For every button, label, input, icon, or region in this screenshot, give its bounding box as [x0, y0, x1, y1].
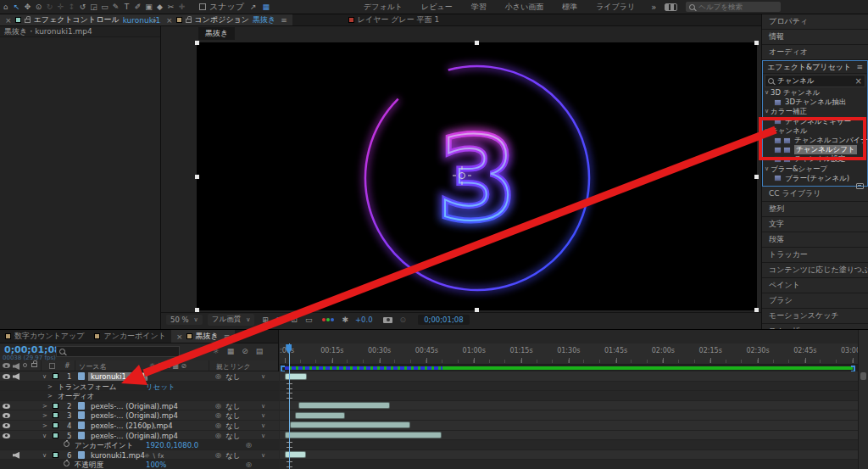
stopwatch-icon[interactable] — [64, 441, 70, 447]
workspace-tab[interactable]: デフォルト — [364, 2, 403, 13]
effects-tree-row[interactable]: チャンネルミキサー — [763, 117, 867, 126]
chevron-down-icon[interactable]: ∨ — [261, 412, 265, 419]
selection-handle[interactable] — [475, 41, 479, 45]
region-of-interest-icon[interactable]: ⊡ — [291, 315, 298, 324]
effects-tree-row[interactable]: ∨ カラー補正 — [763, 107, 867, 116]
expression-pickwhip-icon[interactable]: ◎ — [246, 461, 252, 468]
workspace-tab[interactable]: 小さい画面 — [505, 2, 543, 13]
layer-color-swatch[interactable] — [53, 452, 58, 458]
panel-header[interactable]: トラッカー — [762, 248, 868, 263]
time-ruler[interactable]: 0:00s 00:15s 00:30s 00:45s 01:00s — [280, 343, 858, 365]
grid-guides-icon[interactable]: ⊞ — [262, 315, 269, 324]
layer-source-name[interactable]: kuronuki1.mp4 — [88, 451, 147, 460]
layer-switches[interactable]: ∖ — [144, 373, 148, 381]
workspace-tab[interactable]: 標準 — [562, 2, 577, 13]
track-row[interactable] — [280, 371, 858, 382]
twirl-caret-icon[interactable]: > — [47, 393, 53, 399]
puppet-pin-tool-icon[interactable]: ✚ — [176, 0, 187, 14]
selection-handle[interactable] — [195, 41, 199, 45]
pan-camera-tool-icon[interactable]: ✛ — [55, 0, 66, 14]
rectangle-tool-icon[interactable]: ▭ — [99, 0, 110, 14]
comp-mini-flowchart-icon[interactable]: ≋ — [198, 347, 205, 355]
track-row[interactable] — [280, 460, 858, 469]
work-area-bar[interactable] — [280, 365, 858, 371]
close-icon[interactable]: × — [5, 16, 12, 25]
timeline-track-area[interactable]: 0:00s 00:15s 00:30s 00:45s 01:00s — [280, 330, 858, 469]
timeline-search-input[interactable] — [69, 348, 170, 355]
video-eye-toggle[interactable] — [3, 404, 10, 409]
audio-toggle[interactable] — [13, 373, 19, 380]
layer-viewer-tab[interactable]: レイヤー グレー 平面 1 — [343, 14, 444, 25]
timeline-tab-active[interactable]: × 黒抜き ≡ — [171, 330, 235, 343]
align-icon[interactable]: ↗ — [250, 3, 257, 11]
twirl-caret-icon[interactable]: > — [42, 412, 47, 419]
graph-editor-icon[interactable]: ▤ — [256, 347, 264, 355]
layer-duration-bar[interactable] — [295, 412, 345, 419]
expression-pickwhip-icon[interactable]: ◎ — [246, 441, 252, 449]
layer-source-name[interactable]: pexels-... (2160p).mp4 — [88, 422, 175, 430]
effects-tree-row[interactable]: チャンネル設定 — [763, 154, 867, 164]
panel-menu-icon[interactable]: ≡ — [224, 332, 231, 341]
effects-tree-row[interactable]: ∨ チャンネル — [763, 126, 867, 136]
workspace-tab[interactable]: ライブラリ — [596, 2, 635, 13]
channels-icon[interactable] — [322, 318, 326, 321]
camera-tool-icon[interactable]: ◲ — [88, 0, 99, 14]
workspace-overflow-icon[interactable]: » — [651, 3, 656, 12]
viewer-timecode[interactable]: 0;00;01;08 — [418, 315, 469, 325]
snap-features-icon[interactable]: ▦ — [262, 3, 270, 11]
chevron-down-icon[interactable]: ∨ — [763, 126, 771, 136]
timeline-row[interactable]: > 3 pexels-... (Original).mp4 ☼ ∖ ◎ なし ∨ — [0, 410, 279, 421]
chevron-down-icon[interactable]: ∨ — [261, 403, 265, 410]
chevron-down-icon[interactable]: ∨ — [261, 433, 265, 439]
new-folder-icon[interactable] — [856, 183, 864, 189]
video-eye-toggle[interactable] — [3, 374, 10, 379]
layer-source-name[interactable]: pexels-... (Original).mp4 — [88, 402, 181, 410]
twirl-caret-icon[interactable]: > — [42, 422, 47, 429]
chevron-down-icon[interactable]: ∨ — [261, 452, 265, 459]
layer-color-swatch[interactable] — [53, 422, 58, 428]
brush-tool-icon[interactable]: ✐ — [132, 0, 143, 14]
source-name-column[interactable]: ソース名 — [79, 362, 106, 371]
effects-tree-row[interactable]: チャンネルコンバイナー — [763, 136, 867, 145]
layer-switches[interactable]: ☼ ∖ — [144, 422, 156, 430]
chevron-down-icon[interactable]: ∨ — [763, 107, 771, 116]
chevron-down-icon[interactable]: ∨ — [763, 165, 771, 174]
fast-previews-icon[interactable]: ✱ — [342, 315, 348, 324]
home-icon[interactable]: ⌂ — [0, 0, 11, 14]
snap-checkbox[interactable] — [199, 3, 206, 10]
timeline-row[interactable]: 不透明度 100% ◎ — [0, 460, 279, 469]
panel-menu-icon[interactable]: ≡ — [856, 63, 863, 71]
pickwhip-icon[interactable]: ◎ — [215, 402, 221, 410]
help-search-input[interactable] — [698, 3, 775, 11]
panel-header[interactable]: 段落 — [762, 232, 868, 248]
type-tool-icon[interactable]: T — [121, 0, 132, 14]
panel-menu-icon[interactable]: ≡ — [281, 16, 287, 25]
track-row[interactable] — [280, 391, 858, 401]
motion-blur-icon[interactable]: ⊘ — [242, 347, 248, 355]
exposure-value[interactable]: +0.0 — [355, 315, 373, 324]
snapshot-icon[interactable] — [383, 317, 392, 323]
pickwhip-icon[interactable]: ◎ — [215, 451, 221, 459]
chevron-down-icon[interactable]: ∨ — [261, 373, 265, 380]
dolly-camera-tool-icon[interactable]: ↕ — [66, 0, 77, 14]
resolution-select[interactable]: フル画質∨ — [208, 314, 255, 326]
clear-search-icon[interactable]: × — [855, 76, 862, 86]
panel-header[interactable]: 情報 — [762, 30, 868, 45]
pen-tool-icon[interactable]: ✎ — [110, 0, 121, 14]
layer-switches[interactable]: ☼ ∖ fx — [144, 452, 164, 460]
layer-switches[interactable]: ☼ ∖ — [144, 412, 156, 420]
effects-search-input[interactable] — [777, 77, 850, 86]
selection-handle[interactable] — [754, 175, 759, 179]
help-search[interactable] — [686, 2, 781, 12]
view-layout-icon[interactable]: ▦ — [276, 315, 284, 324]
timeline-row[interactable]: ∨ 1 kuronuki1.mp4 ∖ ◎ なし ∨ — [0, 371, 279, 382]
panel-header[interactable]: ブラシ — [762, 293, 868, 309]
track-row[interactable] — [280, 421, 858, 431]
timeline-tab[interactable]: 数字カウントアップ — [0, 330, 89, 343]
selection-tool-icon[interactable]: ↖ — [11, 0, 22, 14]
property-value[interactable]: 100% — [146, 461, 166, 469]
timeline-scrollbar[interactable] — [858, 330, 868, 469]
lock-icon[interactable] — [25, 19, 31, 23]
track-row[interactable] — [280, 382, 858, 392]
selection-handle[interactable] — [754, 41, 759, 45]
